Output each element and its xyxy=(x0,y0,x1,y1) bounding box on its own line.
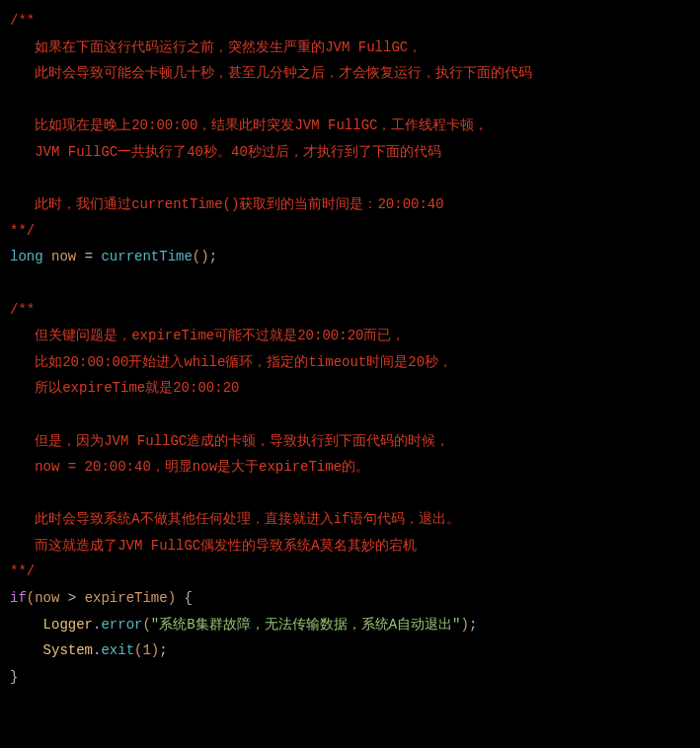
semicolon: ; xyxy=(209,249,217,264)
logger-object: Logger xyxy=(43,617,93,633)
comment-line: 比如现在是晚上20:00:00，结果此时突发JVM FullGC，工作线程卡顿， xyxy=(10,117,488,133)
variable-now: now xyxy=(35,590,59,606)
comment-close: **/ xyxy=(10,563,35,579)
comment-line: 此时会导致可能会卡顿几十秒，甚至几分钟之后，才会恢复运行，执行下面的代码 xyxy=(10,65,532,81)
comment-line: JVM FullGC一共执行了40秒。40秒过后，才执行到了下面的代码 xyxy=(10,144,441,160)
indent xyxy=(10,617,43,633)
comment-line: 比如20:00:00开始进入while循环，指定的timeout时间是20秒， xyxy=(10,354,452,370)
paren-close: ) xyxy=(151,642,159,658)
variable-now: now xyxy=(43,249,85,264)
assign-operator: = xyxy=(85,249,102,264)
comment-line: 所以expireTime就是20:00:20 xyxy=(10,380,239,396)
comment-line: 如果在下面这行代码运行之前，突然发生严重的JVM FullGC， xyxy=(10,39,422,55)
comment-line: 但是，因为JVM FullGC造成的卡顿，导致执行到下面代码的时候， xyxy=(10,433,449,449)
brace-close: } xyxy=(10,669,18,685)
exit-method: exit xyxy=(101,642,134,658)
system-object: System xyxy=(43,642,93,658)
paren-close: ) xyxy=(460,617,468,633)
comment-line: 但关键问题是，expireTime可能不过就是20:00:20而已， xyxy=(10,328,405,343)
paren-close: ) xyxy=(200,249,208,264)
brace-open: { xyxy=(184,590,192,606)
comment-open: /** xyxy=(10,13,35,29)
comment-line: now = 20:00:40，明显now是大于expireTime的。 xyxy=(10,459,369,475)
comment-open: /** xyxy=(10,302,35,318)
comment-line: 此时，我们通过currentTime()获取到的当前时间是：20:00:40 xyxy=(10,196,444,212)
semicolon: ; xyxy=(469,617,477,633)
function-call: currentTime xyxy=(101,249,192,264)
paren-close: ) xyxy=(168,590,176,606)
paren-open: ( xyxy=(27,590,35,606)
code-block: /** 如果在下面这行代码运行之前，突然发生严重的JVM FullGC， 此时会… xyxy=(10,8,690,690)
comment-line: 此时会导致系统A不做其他任何处理，直接就进入if语句代码，退出。 xyxy=(10,511,460,527)
comment-line: 而这就造成了JVM FullGC偶发性的导致系统A莫名其妙的宕机 xyxy=(10,538,417,554)
indent xyxy=(10,642,43,658)
gt-operator: > xyxy=(59,590,84,606)
semicolon: ; xyxy=(159,642,167,658)
type-keyword: long xyxy=(10,249,43,264)
paren-open: ( xyxy=(142,617,150,633)
if-keyword: if xyxy=(10,590,27,606)
error-method: error xyxy=(101,617,142,633)
comment-close: **/ xyxy=(10,223,35,239)
paren-open: ( xyxy=(193,249,200,264)
number-literal: 1 xyxy=(142,642,150,658)
variable-expiretime: expireTime xyxy=(85,590,168,606)
string-literal: "系统B集群故障，无法传输数据，系统A自动退出" xyxy=(151,617,461,633)
